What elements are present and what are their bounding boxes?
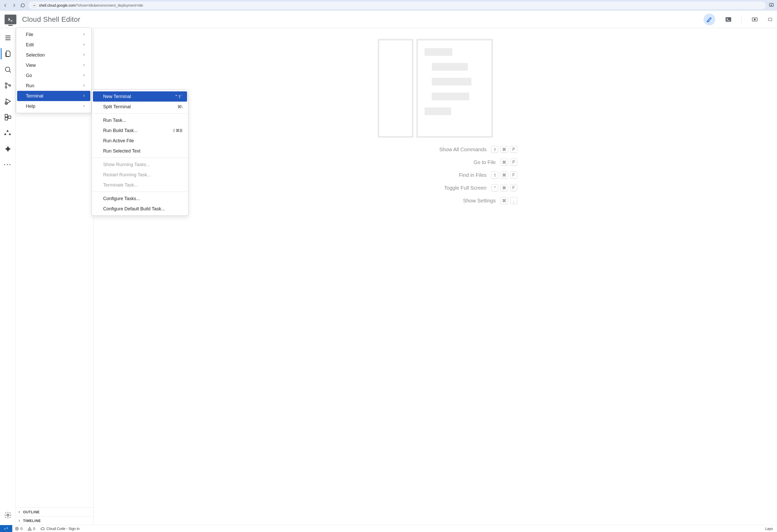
site-info-icon[interactable]: ⇄ — [32, 3, 36, 7]
chevron-right-icon — [82, 42, 86, 47]
hint-row[interactable]: Find in Files⇧⌘F — [353, 172, 517, 179]
hint-row[interactable]: Go to File⌘P — [353, 158, 517, 166]
hint-row[interactable]: Show Settings⌘, — [353, 197, 517, 204]
chevron-right-icon — [82, 63, 86, 68]
more-views-button[interactable]: ··· — [1, 157, 15, 172]
keycap: P — [510, 158, 517, 166]
hint-label: Go to File — [437, 159, 496, 165]
timeline-label: TIMELINE — [23, 519, 41, 523]
chevron-right-icon — [82, 104, 86, 109]
submenu-item-shortcut: ⇧⌘B — [172, 128, 183, 133]
menu-item-label: Run — [26, 83, 34, 89]
side-panel: FileEditSelectionViewGoRunTerminalHelp N… — [16, 28, 94, 525]
menu-item-selection[interactable]: Selection — [17, 50, 90, 60]
submenu-item-label: Show Running Tasks... — [103, 162, 150, 167]
submenu-item-label: Restart Running Task... — [103, 172, 151, 178]
chevron-right-icon — [82, 52, 86, 58]
keycap: ⌘ — [501, 172, 508, 179]
command-hints: Show All Commands⇧⌘PGo to File⌘PFind in … — [353, 146, 517, 204]
submenu-item-run-selected-text[interactable]: Run Selected Text — [93, 146, 187, 156]
keycap: ⇧ — [491, 172, 498, 179]
menu-item-help[interactable]: Help — [17, 101, 90, 111]
source-control-tab[interactable] — [1, 78, 15, 93]
svg-rect-14 — [8, 116, 11, 118]
submenu-item-show-running-tasks: Show Running Tasks... — [93, 159, 187, 170]
menu-item-label: Help — [26, 104, 35, 109]
gemini-tab[interactable] — [1, 142, 15, 156]
keycap: ⌃ — [491, 184, 498, 191]
layout-status[interactable]: Layo — [765, 527, 777, 531]
run-debug-tab[interactable] — [1, 94, 15, 108]
submenu-item-run-task[interactable]: Run Task... — [93, 115, 187, 125]
hint-row[interactable]: Toggle Full Screen⌃⌘F — [353, 184, 517, 191]
chevron-right-icon — [82, 93, 86, 99]
outline-label: OUTLINE — [23, 510, 40, 514]
address-bar[interactable]: ⇄ shell.cloud.google.com/?show=ide&envir… — [29, 2, 766, 9]
menu-item-file[interactable]: File — [17, 29, 90, 40]
svg-rect-3 — [728, 20, 730, 21]
submenu-item-run-build-task[interactable]: Run Build Task...⇧⌘B — [93, 125, 187, 136]
outline-section[interactable]: OUTLINE — [16, 508, 93, 516]
preview-button[interactable] — [749, 14, 761, 25]
reload-button[interactable] — [20, 3, 26, 8]
hint-label: Toggle Full Screen — [428, 185, 486, 191]
hint-keycaps: ⌘, — [501, 197, 517, 204]
svg-point-7 — [5, 67, 10, 72]
timeline-section[interactable]: TIMELINE — [16, 516, 93, 525]
cloud-code-tab[interactable] — [1, 126, 15, 140]
submenu-item-configure-default-build-task[interactable]: Configure Default Build Task... — [93, 204, 187, 214]
main-menu: FileEditSelectionViewGoRunTerminalHelp — [16, 28, 92, 113]
explorer-tab[interactable] — [1, 46, 15, 61]
menu-separator — [93, 192, 187, 192]
install-app-icon[interactable] — [769, 3, 774, 8]
more-button[interactable] — [768, 14, 772, 25]
forward-button[interactable] — [11, 3, 17, 8]
menu-item-label: Edit — [26, 42, 34, 47]
menu-item-label: Terminal — [26, 93, 43, 99]
svg-rect-1 — [10, 20, 13, 21]
keycap: ⌘ — [501, 184, 508, 191]
submenu-item-label: Terminate Task... — [103, 183, 138, 188]
hint-keycaps: ⇧⌘P — [491, 146, 517, 153]
submenu-item-run-active-file[interactable]: Run Active File — [93, 136, 187, 146]
svg-point-8 — [5, 83, 7, 84]
settings-button[interactable] — [1, 508, 15, 522]
keycap: F — [510, 172, 517, 179]
problems-errors[interactable]: 0 — [12, 527, 25, 531]
menu-item-edit[interactable]: Edit — [17, 40, 90, 50]
submenu-item-split-terminal[interactable]: Split Terminal⌘\ — [93, 102, 187, 112]
keycap: ⌘ — [501, 146, 508, 153]
problems-warnings[interactable]: 0 — [25, 527, 38, 531]
cloud-code-status[interactable]: Cloud Code - Sign in — [38, 526, 82, 531]
submenu-item-label: Run Active File — [103, 138, 134, 143]
submenu-item-shortcut: ⌘\ — [177, 104, 183, 109]
back-button[interactable] — [3, 3, 8, 8]
keycap: ⌘ — [501, 197, 508, 204]
menu-separator — [93, 157, 187, 158]
menu-item-run[interactable]: Run — [17, 81, 90, 91]
extensions-tab[interactable] — [1, 110, 15, 124]
submenu-item-label: Configure Tasks... — [103, 196, 140, 201]
submenu-item-label: New Terminal — [103, 94, 131, 99]
header-actions — [703, 14, 772, 25]
submenu-item-label: Run Build Task... — [103, 128, 138, 133]
url-host: shell.cloud.google.com — [39, 3, 75, 7]
menu-item-terminal[interactable]: Terminal — [17, 91, 90, 101]
open-editor-button[interactable] — [703, 14, 715, 25]
activity-bar: ··· — [0, 28, 16, 525]
menu-separator — [93, 113, 187, 114]
remote-indicator[interactable] — [0, 525, 12, 532]
submenu-item-restart-running-task: Restart Running Task... — [93, 170, 187, 180]
submenu-item-new-terminal[interactable]: New Terminal⌃⇧` — [93, 91, 187, 102]
submenu-item-configure-tasks[interactable]: Configure Tasks... — [93, 194, 187, 204]
menu-item-view[interactable]: View — [17, 60, 90, 70]
hamburger-menu-button[interactable] — [1, 31, 15, 45]
search-tab[interactable] — [1, 63, 15, 77]
submenu-item-label: Run Task... — [103, 118, 126, 123]
menu-item-go[interactable]: Go — [17, 70, 90, 81]
hint-row[interactable]: Show All Commands⇧⌘P — [353, 146, 517, 153]
hint-keycaps: ⌃⌘F — [491, 184, 517, 191]
url-path: /?show=ide&environment_deployment=ide — [75, 3, 143, 7]
app-header: Cloud Shell Editor — [0, 11, 777, 28]
open-terminal-button[interactable] — [723, 14, 734, 25]
